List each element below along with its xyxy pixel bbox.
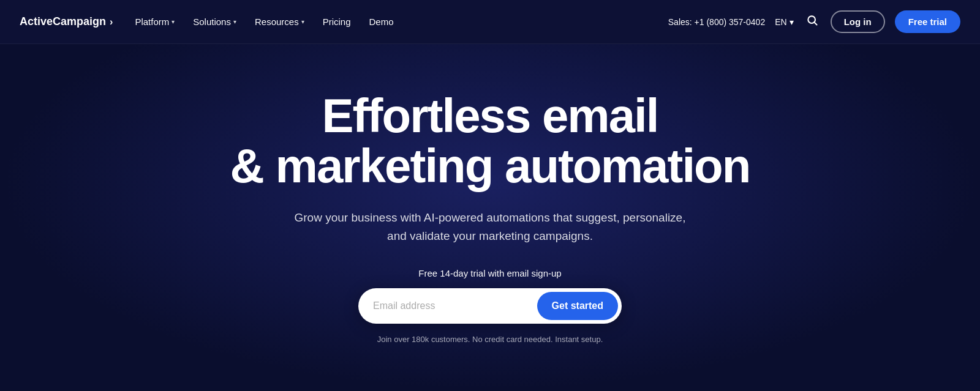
hero-subtitle: Grow your business with AI-powered autom… <box>294 209 686 246</box>
nav-platform[interactable]: Platform ▾ <box>127 12 182 32</box>
get-started-button[interactable]: Get started <box>537 292 618 320</box>
nav-platform-label: Platform <box>135 17 169 27</box>
hero-section: Effortless email & marketing automation … <box>0 44 980 391</box>
search-icon[interactable] <box>804 12 821 32</box>
svg-line-1 <box>815 23 817 25</box>
language-selector[interactable]: EN ▾ <box>775 17 793 27</box>
logo-chevron-icon: › <box>110 17 113 28</box>
language-label: EN <box>775 17 786 27</box>
nav-solutions[interactable]: Solutions ▾ <box>186 12 244 32</box>
platform-chevron-icon: ▾ <box>172 18 175 25</box>
login-button[interactable]: Log in <box>831 10 885 33</box>
nav-resources-label: Resources <box>255 17 299 27</box>
trial-label: Free 14-day trial with email sign-up <box>418 268 561 278</box>
hero-title-line1: Effortless email <box>322 89 658 143</box>
nav-demo[interactable]: Demo <box>362 12 401 32</box>
language-chevron-icon: ▾ <box>790 17 794 27</box>
hero-title: Effortless email & marketing automation <box>230 91 750 192</box>
logo-text: ActiveCampaign <box>20 15 106 28</box>
nav-right: Sales: +1 (800) 357-0402 EN ▾ Log in Fre… <box>668 10 960 33</box>
free-trial-button[interactable]: Free trial <box>895 10 960 33</box>
hero-title-line2: & marketing automation <box>230 139 750 193</box>
logo[interactable]: ActiveCampaign› <box>20 15 113 28</box>
sales-phone: Sales: +1 (800) 357-0402 <box>668 17 765 27</box>
fine-print: Join over 180k customers. No credit card… <box>377 335 603 344</box>
nav-demo-label: Demo <box>369 17 394 27</box>
nav-pricing-label: Pricing <box>323 17 351 27</box>
nav-resources[interactable]: Resources ▾ <box>247 12 312 32</box>
email-input[interactable] <box>373 296 537 316</box>
resources-chevron-icon: ▾ <box>301 18 304 25</box>
navbar: ActiveCampaign› Platform ▾ Solutions ▾ R… <box>0 0 980 44</box>
nav-pricing[interactable]: Pricing <box>315 12 358 32</box>
solutions-chevron-icon: ▾ <box>233 18 236 25</box>
email-form: Get started <box>358 288 622 324</box>
nav-solutions-label: Solutions <box>193 17 231 27</box>
nav-links: Platform ▾ Solutions ▾ Resources ▾ Prici… <box>127 12 668 32</box>
